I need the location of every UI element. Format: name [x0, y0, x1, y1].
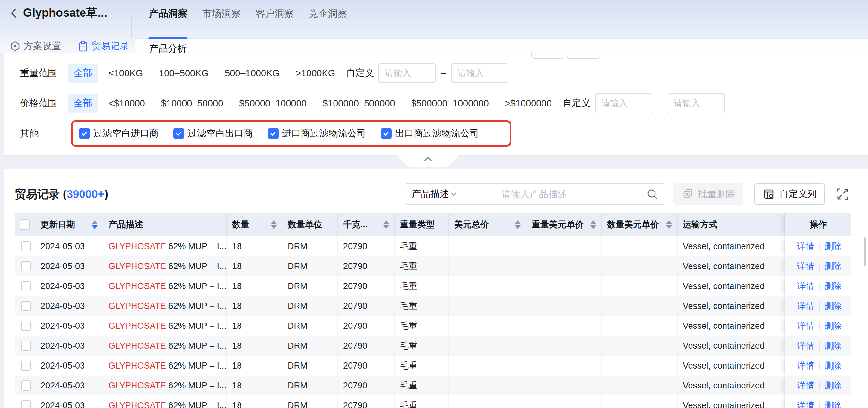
col-千克...[interactable]: 千克...	[338, 213, 395, 236]
sort-arrows[interactable]	[267, 220, 277, 229]
filter-chip[interactable]: <$10000	[103, 95, 151, 112]
cell-weight-type: 毛重	[395, 336, 449, 356]
row-checkbox[interactable]	[21, 281, 31, 291]
filter-checkbox-出口商过滤物流公司[interactable]: 出口商过滤物流公司	[381, 127, 479, 140]
batch-delete-button[interactable]: 批量删除	[674, 183, 743, 205]
price-min-input[interactable]	[595, 93, 652, 113]
col-更新日期[interactable]: 更新日期	[35, 213, 103, 236]
sort-arrows[interactable]	[379, 220, 389, 229]
col-操作: 操作	[785, 213, 851, 236]
sort-desc-icon[interactable]	[515, 226, 521, 229]
detail-link[interactable]: 详情	[797, 301, 814, 311]
row-checkbox[interactable]	[21, 380, 31, 391]
col-数量美元单价[interactable]: 数量美元单价	[602, 213, 678, 236]
sort-arrows[interactable]	[88, 220, 98, 229]
clipped-control-above[interactable]	[566, 53, 600, 59]
filter-chip[interactable]: <100KG	[103, 65, 149, 82]
sort-asc-icon[interactable]	[515, 220, 521, 224]
delete-link[interactable]: 删除	[824, 241, 842, 251]
delete-link[interactable]: 删除	[824, 262, 842, 271]
sort-desc-icon[interactable]	[590, 226, 596, 229]
weight-custom-label[interactable]: 自定义	[346, 67, 374, 79]
detail-link[interactable]: 详情	[797, 381, 814, 390]
weight-options: 全部<100KG100–500KG500–1000KG>1000KG	[68, 64, 341, 83]
fullscreen-icon[interactable]	[835, 187, 850, 201]
sort-desc-icon[interactable]	[383, 226, 389, 229]
row-checkbox[interactable]	[21, 241, 31, 251]
sort-asc-icon[interactable]	[92, 220, 98, 224]
delete-link[interactable]: 删除	[824, 281, 842, 291]
sort-asc-icon[interactable]	[666, 220, 672, 224]
filter-chip[interactable]: 全部	[68, 64, 98, 83]
tab-客户洞察[interactable]: 客户洞察	[255, 4, 295, 39]
action-divider: |	[818, 262, 820, 271]
col-select-all[interactable]	[15, 213, 35, 236]
filter-chip[interactable]: 500–1000KG	[219, 65, 285, 82]
search-input[interactable]	[495, 184, 646, 204]
checkbox-label: 过滤空白出口商	[188, 127, 253, 140]
tab-竞企洞察[interactable]: 竞企洞察	[308, 4, 348, 39]
col-重量美元单价[interactable]: 重量美元单价	[526, 213, 602, 236]
sort-asc-icon[interactable]	[271, 220, 277, 224]
price-max-input[interactable]	[668, 93, 725, 113]
delete-link[interactable]: 删除	[824, 381, 842, 390]
filter-chip[interactable]: 100–500KG	[153, 65, 214, 82]
row-checkbox[interactable]	[21, 400, 31, 408]
detail-link[interactable]: 详情	[797, 262, 814, 271]
search-field-select[interactable]: 产品描述	[405, 184, 495, 204]
row-checkbox[interactable]	[21, 361, 31, 371]
detail-link[interactable]: 详情	[797, 241, 814, 251]
sort-desc-icon[interactable]	[92, 226, 98, 229]
detail-link[interactable]: 详情	[797, 321, 814, 331]
row-checkbox[interactable]	[21, 261, 31, 271]
detail-link[interactable]: 详情	[797, 361, 814, 371]
product-highlight: GLYPHOSATE	[108, 262, 166, 271]
weight-min-input[interactable]	[378, 63, 436, 83]
back-chevron-icon[interactable]	[8, 7, 20, 20]
filter-chip[interactable]: $100000–500000	[317, 95, 401, 112]
column-header: 产品描述	[103, 219, 226, 230]
filter-chip[interactable]: >$1000000	[499, 95, 558, 112]
delete-link[interactable]: 删除	[824, 321, 842, 331]
custom-columns-button[interactable]: 自定义列	[754, 183, 825, 205]
col-美元总价[interactable]: 美元总价	[449, 213, 526, 236]
product-rest: 62% MUP – I...	[166, 281, 227, 291]
row-checkbox[interactable]	[21, 341, 31, 351]
row-checkbox[interactable]	[21, 321, 31, 331]
select-all-checkbox[interactable]	[20, 219, 30, 230]
filter-collapse-handle[interactable]	[396, 155, 460, 167]
sort-asc-icon[interactable]	[383, 220, 389, 224]
price-custom-label[interactable]: 自定义	[563, 97, 591, 110]
filter-chip[interactable]: $50000–100000	[234, 95, 312, 112]
filter-checkbox-进口商过滤物流公司[interactable]: 进口商过滤物流公司	[268, 127, 366, 140]
detail-link[interactable]: 详情	[797, 401, 814, 408]
delete-link[interactable]: 删除	[824, 401, 842, 408]
filter-chip[interactable]: >1000KG	[290, 65, 341, 82]
delete-link[interactable]: 删除	[824, 361, 842, 371]
delete-link[interactable]: 删除	[824, 341, 842, 350]
sort-desc-icon[interactable]	[271, 226, 277, 229]
table-scrollbar-thumb[interactable]	[864, 237, 866, 266]
filter-chip[interactable]: $10000–50000	[155, 95, 229, 112]
col-数量[interactable]: 数量	[227, 213, 282, 236]
tab-产品洞察[interactable]: 产品洞察	[148, 4, 188, 39]
filter-checkbox-过滤空白进口商[interactable]: 过滤空白进口商	[79, 127, 159, 140]
weight-max-input[interactable]	[451, 63, 508, 83]
sort-arrows[interactable]	[662, 220, 672, 229]
filter-checkbox-过滤空白出口商[interactable]: 过滤空白出口商	[173, 127, 253, 140]
column-label: 重量美元单价	[532, 219, 584, 230]
clipped-control-above[interactable]	[531, 53, 563, 59]
tab-市场洞察[interactable]: 市场洞察	[202, 4, 241, 39]
cell-usd-total	[449, 296, 526, 316]
filter-chip[interactable]: 全部	[68, 94, 98, 113]
delete-link[interactable]: 删除	[824, 301, 842, 311]
sort-arrows[interactable]	[587, 220, 596, 229]
row-checkbox[interactable]	[21, 301, 31, 311]
sort-arrows[interactable]	[511, 220, 521, 229]
sort-asc-icon[interactable]	[590, 220, 596, 224]
detail-link[interactable]: 详情	[797, 281, 814, 291]
search-icon[interactable]	[646, 188, 659, 201]
sort-desc-icon[interactable]	[666, 226, 672, 229]
filter-chip[interactable]: $500000–1000000	[405, 95, 495, 112]
detail-link[interactable]: 详情	[797, 341, 814, 350]
